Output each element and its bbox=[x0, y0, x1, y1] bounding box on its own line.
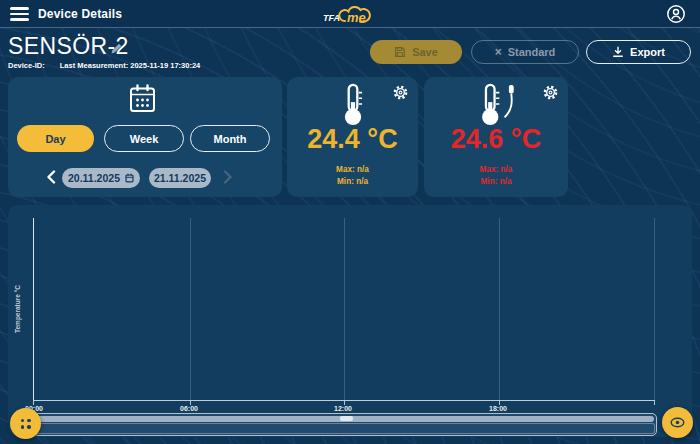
thermometer-icon bbox=[336, 83, 370, 127]
tfa-me-logo: TFA me bbox=[320, 1, 382, 28]
scrollbar-rail[interactable] bbox=[36, 416, 654, 422]
close-x-icon: × bbox=[495, 45, 502, 59]
export-label: Export bbox=[630, 46, 665, 58]
standard-button[interactable]: × Standard bbox=[471, 40, 579, 64]
sensor-card-internal: 24.4 °C Max: n/a Min: n/a bbox=[287, 77, 418, 197]
last-measurement-label: Last Measurement: 2025-11-19 17:30:24 bbox=[60, 61, 201, 70]
device-id-label: Device-ID: bbox=[8, 61, 45, 70]
app-root: Device Details TFA me SENSÖR-2 Device-ID… bbox=[0, 0, 700, 444]
save-floppy-icon bbox=[394, 46, 406, 58]
max-value: Max: n/a bbox=[287, 165, 418, 174]
settings-gear-icon[interactable] bbox=[393, 85, 408, 104]
sensor-card-probe: 24.6 °C Max: n/a Min: n/a bbox=[424, 77, 568, 197]
week-button[interactable]: Week bbox=[104, 125, 184, 152]
settings-gear-icon[interactable] bbox=[543, 85, 558, 104]
date-range-panel: Day Week Month 20.11.2025 21.11.2025 bbox=[8, 77, 282, 197]
min-value: Min: n/a bbox=[287, 177, 418, 186]
drag-handle-button[interactable] bbox=[10, 408, 41, 439]
menu-icon[interactable] bbox=[10, 7, 29, 21]
calendar-icon bbox=[129, 84, 156, 113]
range-buttons: Day Week Month bbox=[8, 125, 282, 152]
chart-panel: Temperature °C 00:00 06:00 12:00 18:00 bbox=[8, 205, 692, 437]
logo-me-text: me bbox=[347, 10, 366, 25]
page-title: Device Details bbox=[38, 7, 122, 21]
chart-range-scrollbar[interactable] bbox=[33, 413, 657, 436]
save-label: Save bbox=[412, 46, 438, 58]
account-icon[interactable] bbox=[666, 4, 686, 24]
chart-gridline bbox=[499, 218, 500, 400]
standard-label: Standard bbox=[508, 46, 556, 58]
dots-grid-icon bbox=[20, 418, 32, 430]
scrollbar-handle[interactable] bbox=[340, 416, 353, 421]
visibility-toggle-button[interactable] bbox=[662, 407, 693, 438]
chart-gridline bbox=[190, 218, 191, 400]
temperature-value: 24.4 °C bbox=[287, 124, 418, 155]
month-button[interactable]: Month bbox=[190, 125, 270, 152]
max-value: Max: n/a bbox=[424, 165, 568, 174]
x-tick-label: 18:00 bbox=[489, 405, 507, 412]
chart-tick bbox=[654, 401, 655, 405]
date-to-input[interactable]: 21.11.2025 bbox=[149, 168, 211, 188]
x-tick-label: 12:00 bbox=[334, 405, 352, 412]
action-buttons: Save × Standard Export bbox=[370, 40, 691, 64]
logo-tfa-text: TFA bbox=[323, 13, 340, 23]
prev-day-icon[interactable] bbox=[46, 170, 56, 184]
min-value: Min: n/a bbox=[424, 177, 568, 186]
chart-y-axis bbox=[33, 218, 34, 400]
eye-icon bbox=[670, 417, 685, 428]
chart-gridline bbox=[654, 218, 655, 400]
date-from-input[interactable]: 20.11.2025 bbox=[62, 168, 140, 188]
cloud-logo-icon: TFA me bbox=[320, 1, 382, 28]
date-from-value: 20.11.2025 bbox=[68, 172, 120, 184]
date-row: 20.11.2025 21.11.2025 bbox=[8, 168, 282, 188]
thermometer-probe-icon bbox=[473, 83, 519, 127]
edit-pencil-icon[interactable] bbox=[110, 41, 123, 54]
save-button[interactable]: Save bbox=[370, 40, 462, 64]
date-picker-icon bbox=[125, 173, 134, 183]
date-to-value: 21.11.2025 bbox=[154, 172, 206, 184]
device-meta: Device-ID: Last Measurement: 2025-11-19 … bbox=[8, 61, 213, 70]
temperature-value: 24.6 °C bbox=[424, 124, 568, 155]
day-button[interactable]: Day bbox=[17, 125, 94, 152]
top-bar: Device Details TFA me bbox=[0, 0, 700, 28]
next-day-icon[interactable] bbox=[223, 170, 233, 184]
scrollbar-track bbox=[35, 423, 655, 434]
x-tick-label: 06:00 bbox=[180, 405, 198, 412]
chart-y-axis-label: Temperature °C bbox=[14, 285, 21, 333]
chart-gridline bbox=[344, 218, 345, 400]
export-button[interactable]: Export bbox=[586, 40, 691, 64]
download-icon bbox=[612, 46, 624, 58]
